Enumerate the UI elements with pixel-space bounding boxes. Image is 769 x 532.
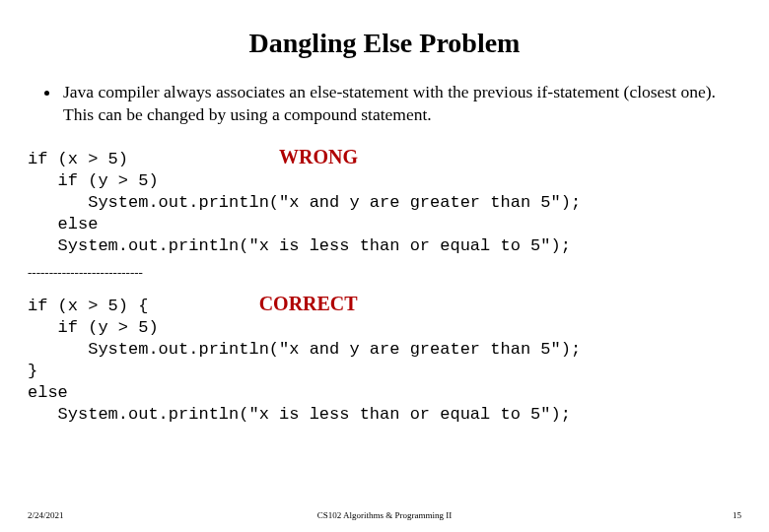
divider: --------------------------- xyxy=(28,265,741,281)
code-line: System.out.println("x is less than or eq… xyxy=(28,236,571,255)
wrong-label: WRONG xyxy=(279,146,358,167)
code-line: System.out.println("x and y are greater … xyxy=(28,193,581,212)
code-line: System.out.println("x is less than or eq… xyxy=(28,405,571,424)
footer: 2/24/2021 CS102 Algorithms & Programming… xyxy=(28,510,741,520)
code-line: if (x > 5) xyxy=(28,150,128,168)
code-line: else xyxy=(28,215,98,233)
footer-course: CS102 Algorithms & Programming II xyxy=(28,510,741,520)
code-line: if (y > 5) xyxy=(28,318,159,337)
code-line: } xyxy=(28,362,37,380)
page-title: Dangling Else Problem xyxy=(28,28,741,59)
bullet-list: Java compiler always associates an else-… xyxy=(28,81,741,126)
slide: Dangling Else Problem Java compiler alwa… xyxy=(0,0,769,532)
code-line: if (y > 5) xyxy=(28,171,159,190)
code-block-correct: if (x > 5) { CORRECT if (y > 5) System.o… xyxy=(28,291,741,427)
code-line: else xyxy=(28,383,68,402)
correct-label: CORRECT xyxy=(259,293,358,314)
code-line: System.out.println("x and y are greater … xyxy=(28,340,581,359)
bullet-item: Java compiler always associates an else-… xyxy=(61,81,741,126)
code-block-wrong: if (x > 5) WRONG if (y > 5) System.out.p… xyxy=(28,144,741,257)
code-line: if (x > 5) { xyxy=(28,297,148,315)
